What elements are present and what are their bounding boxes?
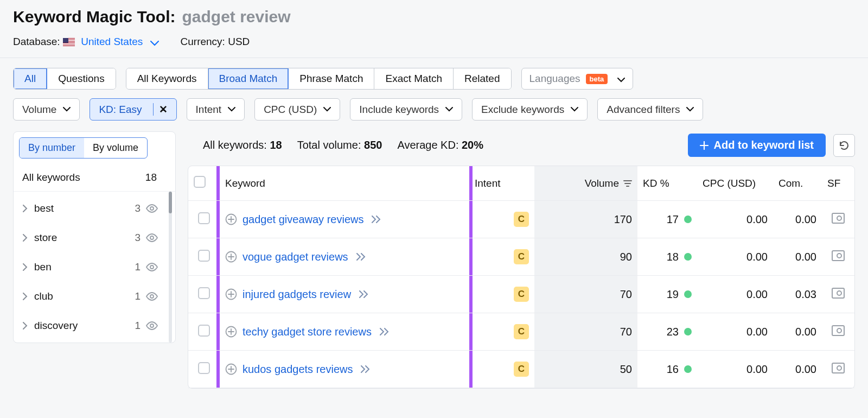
- col-intent[interactable]: Intent: [469, 166, 534, 201]
- sidebar-item[interactable]: club 1: [14, 282, 165, 311]
- refresh-button[interactable]: [833, 134, 855, 157]
- serp-features-icon[interactable]: [832, 325, 845, 336]
- col-cpc[interactable]: CPC (USD): [697, 166, 773, 201]
- kd-cell: 16: [667, 363, 692, 376]
- double-chevron-icon[interactable]: [379, 328, 390, 335]
- chevron-right-icon: [22, 205, 28, 212]
- double-chevron-icon[interactable]: [371, 216, 382, 223]
- eye-icon[interactable]: [146, 263, 158, 271]
- volume-cell: 170: [534, 201, 637, 238]
- chevron-down-icon: [323, 107, 331, 112]
- svg-point-4: [150, 324, 154, 327]
- sort-by-number[interactable]: By number: [20, 138, 84, 158]
- row-checkbox[interactable]: [198, 362, 210, 374]
- sidebar-item-label: store: [34, 232, 57, 244]
- filter-kd-clear[interactable]: ✕: [153, 103, 168, 116]
- row-checkbox[interactable]: [198, 325, 210, 337]
- col-com[interactable]: Com.: [773, 166, 822, 201]
- chevron-down-icon: [228, 107, 235, 112]
- keywords-table: Keyword Intent Volume KD % CPC (USD) Com…: [188, 166, 855, 389]
- filter-cpc[interactable]: CPC (USD): [254, 98, 340, 121]
- mode-all[interactable]: All: [14, 68, 47, 89]
- filter-exclude[interactable]: Exclude keywords: [472, 98, 588, 121]
- database-selector[interactable]: Database: United States: [13, 36, 159, 48]
- serp-features-icon[interactable]: [832, 363, 845, 373]
- svg-point-2: [150, 265, 154, 269]
- chevron-down-icon: [617, 78, 625, 83]
- svg-point-1: [150, 236, 154, 239]
- sidebar-item[interactable]: best 3: [14, 194, 165, 223]
- chevron-down-icon: [63, 107, 71, 112]
- expand-keyword-icon[interactable]: [225, 326, 237, 338]
- col-sf[interactable]: SF: [822, 166, 854, 201]
- row-checkbox[interactable]: [198, 287, 210, 299]
- languages-dropdown[interactable]: Languages beta: [521, 68, 634, 90]
- currency-label: Currency:: [181, 36, 225, 47]
- col-keyword-label: Keyword: [225, 178, 265, 189]
- sidebar-item-count: 1: [135, 261, 141, 273]
- chevron-down-icon: [571, 107, 578, 112]
- add-to-keyword-list-button[interactable]: Add to keyword list: [688, 134, 826, 157]
- eye-icon[interactable]: [146, 292, 158, 301]
- filter-advanced[interactable]: Advanced filters: [597, 98, 703, 121]
- com-cell: 0.00: [773, 238, 822, 276]
- match-all-keywords[interactable]: All Keywords: [126, 68, 208, 89]
- double-chevron-icon[interactable]: [360, 365, 371, 373]
- sidebar-scrollbar[interactable]: [169, 192, 172, 343]
- keyword-link[interactable]: vogue gadget reviews: [242, 251, 348, 263]
- com-cell: 0.00: [773, 313, 822, 351]
- sort-by-volume[interactable]: By volume: [84, 138, 147, 158]
- sidebar-item[interactable]: ben 1: [14, 252, 165, 282]
- row-checkbox[interactable]: [198, 250, 210, 262]
- select-all-checkbox[interactable]: [194, 176, 206, 188]
- filter-volume[interactable]: Volume: [13, 98, 80, 121]
- expand-keyword-icon[interactable]: [225, 213, 237, 225]
- col-keyword[interactable]: Keyword: [220, 166, 469, 201]
- cpc-cell: 0.00: [697, 238, 773, 276]
- keyword-link[interactable]: gadget giveaway reviews: [242, 213, 363, 226]
- match-phrase[interactable]: Phrase Match: [289, 68, 374, 89]
- sidebar-all-label: All keywords: [22, 172, 80, 183]
- serp-features-icon[interactable]: [832, 288, 845, 299]
- sidebar-item-count: 1: [135, 320, 141, 332]
- cpc-cell: 0.00: [697, 201, 773, 238]
- match-broad[interactable]: Broad Match: [208, 68, 289, 89]
- filter-include[interactable]: Include keywords: [350, 98, 462, 121]
- sidebar-item[interactable]: discovery 1: [14, 311, 165, 340]
- kd-cell: 18: [667, 251, 692, 263]
- com-cell: 0.00: [773, 201, 822, 238]
- match-exact[interactable]: Exact Match: [374, 68, 454, 89]
- eye-icon[interactable]: [146, 321, 158, 330]
- col-volume[interactable]: Volume: [534, 166, 637, 201]
- row-checkbox[interactable]: [198, 212, 210, 224]
- table-row: injured gadgets review C 70 19 0.00 0.03: [188, 276, 854, 313]
- sidebar-sort-tabs: By number By volume: [19, 137, 148, 159]
- volume-cell: 50: [534, 351, 637, 388]
- eye-icon[interactable]: [146, 233, 158, 242]
- eye-icon[interactable]: [146, 204, 158, 213]
- kd-cell: 19: [667, 288, 692, 301]
- table-row: gadget giveaway reviews C 170 17 0.00 0.…: [188, 201, 854, 238]
- intent-badge: C: [514, 324, 529, 339]
- expand-keyword-icon[interactable]: [225, 288, 237, 300]
- chevron-right-icon: [22, 322, 28, 330]
- keyword-link[interactable]: injured gadgets review: [242, 288, 351, 301]
- mode-questions[interactable]: Questions: [47, 68, 116, 89]
- serp-features-icon[interactable]: [832, 213, 845, 224]
- double-chevron-icon[interactable]: [359, 290, 369, 298]
- keyword-link[interactable]: techy gadget store reviews: [242, 326, 372, 338]
- filter-intent[interactable]: Intent: [187, 98, 245, 121]
- sidebar-all-keywords[interactable]: All keywords 18: [14, 164, 175, 192]
- match-related[interactable]: Related: [454, 68, 511, 89]
- expand-keyword-icon[interactable]: [225, 363, 237, 375]
- double-chevron-icon[interactable]: [356, 253, 367, 261]
- add-button-label: Add to keyword list: [714, 139, 814, 151]
- expand-keyword-icon[interactable]: [225, 251, 237, 263]
- table-row: vogue gadget reviews C 90 18 0.00 0.00: [188, 238, 854, 276]
- filter-kd[interactable]: KD: Easy ✕: [90, 98, 176, 121]
- col-kd[interactable]: KD %: [637, 166, 697, 201]
- keyword-link[interactable]: kudos gadgets reviews: [242, 363, 353, 376]
- table-row: techy gadget store reviews C 70 23 0.00 …: [188, 313, 854, 351]
- sidebar-item[interactable]: store 3: [14, 223, 165, 252]
- serp-features-icon[interactable]: [832, 250, 845, 261]
